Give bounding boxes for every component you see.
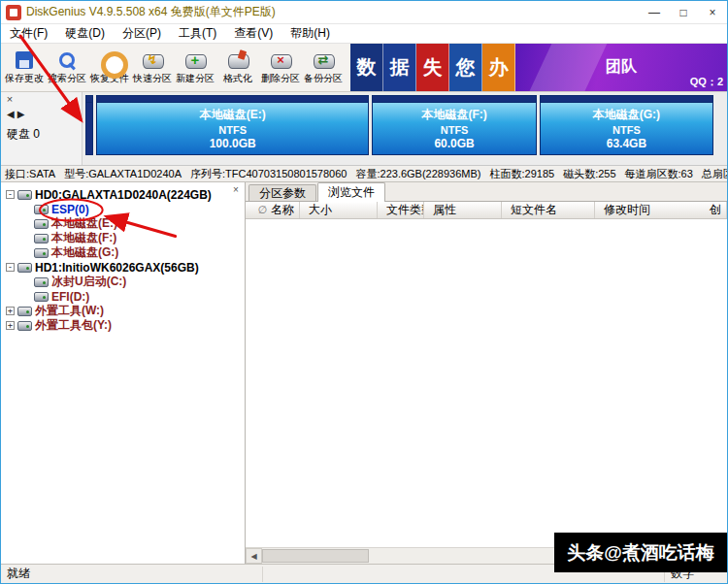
tree-item-label: ESP(0) xyxy=(51,203,89,216)
hard-disk-icon xyxy=(17,321,32,331)
partition-filesystem: NTFS xyxy=(441,124,469,136)
prev-disk-icon[interactable]: ◀ xyxy=(7,109,15,119)
partition-block[interactable] xyxy=(85,95,93,155)
partition-filesystem: NTFS xyxy=(612,124,641,136)
file-table-column-header[interactable]: 短文件名 xyxy=(502,202,595,218)
expand-icon[interactable]: + xyxy=(6,321,15,330)
ad-banner-tile: 数 xyxy=(350,44,383,91)
tree-item[interactable]: -HD0:GALAXTA1D0240A(224GB) xyxy=(1,187,245,202)
tree-item[interactable]: 本地磁盘(G:) xyxy=(1,245,245,260)
partition-block-header xyxy=(541,96,712,103)
scrollbar-thumb[interactable] xyxy=(262,549,369,563)
toolbar-button-label: 备份分区 xyxy=(304,72,343,85)
tree-item[interactable]: 本地磁盘(F:) xyxy=(1,231,245,245)
partition-block-header xyxy=(373,96,536,103)
disk-label: 硬盘 0 xyxy=(7,126,76,143)
toolbar-button[interactable]: 保存更改 xyxy=(3,44,46,91)
collapse-icon[interactable]: - xyxy=(6,190,15,199)
maximize-button[interactable]: □ xyxy=(669,1,698,23)
tab[interactable]: 分区参数 xyxy=(248,184,316,201)
ad-banner-tile: 您 xyxy=(449,44,482,91)
partition-block[interactable]: 本地磁盘(G:) NTFS 63.4GB xyxy=(540,95,713,155)
window-controls: — □ × xyxy=(640,1,727,23)
menu-item[interactable]: 文件(F) xyxy=(1,25,56,42)
disk-info-segment: 型号:GALAXTA1D0240A xyxy=(64,167,182,181)
menu-item[interactable]: 工具(T) xyxy=(170,25,225,42)
file-table-column-header[interactable]: 属性 xyxy=(424,202,502,218)
diskgenius-logo-icon xyxy=(6,5,21,20)
tree-item[interactable]: EFI(D:) xyxy=(1,289,245,304)
tree-item[interactable]: -HD1:InitioWK6026GAX(56GB) xyxy=(1,260,245,275)
menu-item[interactable]: 帮助(H) xyxy=(281,25,339,42)
diskgenius-window: DiskGenius V4.9.5.508 x64 免费版(单文件PE版) — … xyxy=(0,0,728,584)
partition-icon xyxy=(34,219,49,229)
tree-item-label: EFI(D:) xyxy=(51,290,89,304)
menu-item[interactable]: 分区(P) xyxy=(114,25,170,42)
menu-item[interactable]: 硬盘(D) xyxy=(56,25,114,42)
quick-partition-icon: ↯ xyxy=(142,50,163,70)
toolbar-button-label: 删除分区 xyxy=(261,72,300,85)
toolbar-button-label: 格式化 xyxy=(223,72,252,85)
partition-map: 本地磁盘(E:) NTFS 100.0GB 本地磁盘(F:) NTFS 60.0… xyxy=(83,92,727,165)
backup-icon: ⇄ xyxy=(313,50,334,70)
tree-item[interactable]: +外置工具(W:) xyxy=(1,304,245,318)
menu-bar: 文件(F)硬盘(D)分区(P)工具(T)查看(V)帮助(H) xyxy=(1,24,727,44)
ad-banner-promo-text: 团队 xyxy=(606,57,637,78)
file-table-column-header[interactable]: 大小 xyxy=(300,202,378,218)
tree-item-label: 本地磁盘(G:) xyxy=(51,244,118,261)
tree-item[interactable]: +外置工具包(Y:) xyxy=(1,318,245,333)
disk-info-segment: 接口:SATA xyxy=(5,167,55,181)
partition-block[interactable]: 本地磁盘(F:) NTFS 60.0GB xyxy=(372,95,537,155)
file-table-column-header[interactable]: 文件类型 xyxy=(378,202,424,218)
file-table-body[interactable] xyxy=(246,219,727,547)
close-button[interactable]: × xyxy=(698,1,727,23)
toolbar-button[interactable]: ↯ 快速分区 xyxy=(131,44,174,91)
file-table-column-header[interactable]: ∅ 名称 xyxy=(246,202,300,218)
ad-banner-tiles: 数据失您办 xyxy=(350,44,515,91)
search-icon xyxy=(56,50,78,70)
scroll-left-icon[interactable]: ◀ xyxy=(246,548,262,564)
collapse-icon[interactable]: - xyxy=(6,263,15,272)
toolbar-button[interactable]: + 新建分区 xyxy=(174,44,216,91)
menu-item[interactable]: 查看(V) xyxy=(225,25,281,42)
ad-banner[interactable]: 数据失您办 团队 QQ：2 xyxy=(350,44,727,91)
toolbar-button-label: 保存更改 xyxy=(5,72,44,85)
disk-side-panel: × ◀ ▶ 硬盘 0 xyxy=(1,92,83,165)
partition-block[interactable]: 本地磁盘(E:) NTFS 100.0GB xyxy=(96,95,369,155)
file-table-column-header[interactable]: 创 xyxy=(701,202,727,218)
ad-banner-promo: 团队 QQ：2 xyxy=(515,44,727,91)
tree-item[interactable]: 冰封U启动(C:) xyxy=(1,275,245,289)
tree-item[interactable]: 本地磁盘(E:) xyxy=(1,216,245,231)
disk-info-segment: 磁头数:255 xyxy=(563,167,615,181)
minimize-button[interactable]: — xyxy=(640,1,669,23)
watermark: 头条@煮酒吃话梅 xyxy=(554,533,727,572)
toolbar-button-label: 搜索分区 xyxy=(48,72,86,85)
toolbar-button[interactable]: 搜索分区 xyxy=(46,44,88,91)
expand-icon[interactable]: + xyxy=(6,307,15,315)
toolbar-button[interactable]: × 删除分区 xyxy=(259,44,302,91)
toolbar-button[interactable]: ⇄ 备份分区 xyxy=(302,44,345,91)
disk-info-segment: 总扇区数: xyxy=(702,167,727,181)
file-table-header: ∅ 名称 大小 文件类型 属性 短文件名 xyxy=(246,202,727,219)
next-disk-icon[interactable]: ▶ xyxy=(17,109,25,119)
tree-item[interactable]: ESP(0) xyxy=(1,202,245,216)
partition-name: 本地磁盘(E:) xyxy=(200,107,266,123)
partition-size: 60.0GB xyxy=(434,137,474,150)
disk-info-bar: 接口:SATA型号:GALAXTA1D0240A序列号:TFC407031508… xyxy=(1,166,727,182)
partition-icon xyxy=(34,248,49,258)
toolbar-button[interactable]: 格式化 xyxy=(216,44,259,91)
toolbar-button-label: 新建分区 xyxy=(176,72,215,85)
partition-size: 63.4GB xyxy=(607,137,646,150)
file-browser-panel: 分区参数浏览文件 ∅ 名称 大小 文件类型 属性 xyxy=(246,182,727,564)
hard-disk-icon xyxy=(17,307,32,316)
disk-panel-close-icon[interactable]: × xyxy=(4,93,16,105)
tab[interactable]: 浏览文件 xyxy=(317,182,385,202)
tree-panel-close-icon[interactable]: × xyxy=(230,184,242,195)
window-title: DiskGenius V4.9.5.508 x64 免费版(单文件PE版) xyxy=(26,4,276,20)
toolbar-button[interactable]: 恢复文件 xyxy=(88,44,131,91)
file-table-column-header[interactable]: 修改时间 xyxy=(595,202,701,218)
ad-banner-tile: 失 xyxy=(416,44,449,91)
tab-bar: 分区参数浏览文件 xyxy=(246,182,727,202)
hard-disk-icon xyxy=(17,190,32,200)
main-area: × -HD0:GALAXTA1D0240A(224GB)ESP(0)本地磁盘(E… xyxy=(1,182,727,564)
